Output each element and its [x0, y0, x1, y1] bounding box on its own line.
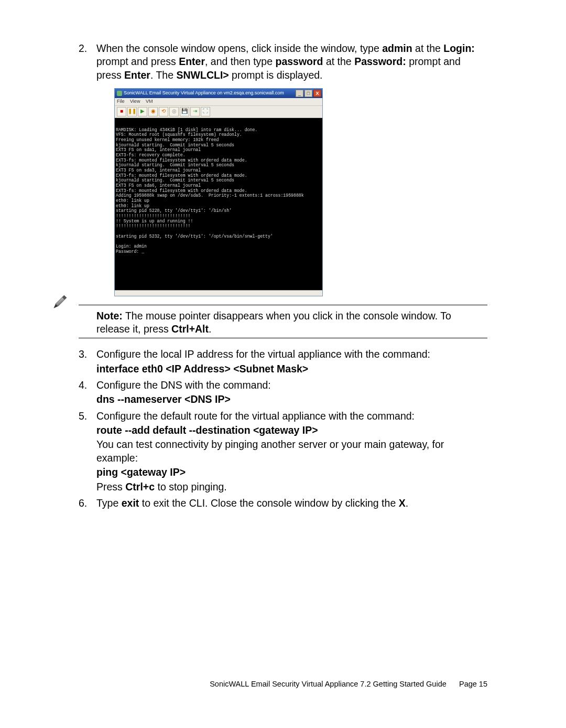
step-2: When the console window opens, click ins… — [79, 42, 487, 296]
note-rule-top — [79, 305, 487, 305]
app-icon — [117, 91, 122, 96]
s6-x: X — [399, 497, 406, 509]
step2-enter2: Enter — [124, 69, 150, 81]
step2-snwlcli: SNWLCLI> — [176, 69, 228, 81]
console-menubar: File View VM — [115, 98, 322, 105]
snapshot-icon[interactable]: ◉ — [148, 107, 158, 116]
step5-cmd2: ping <gateway IP> — [96, 466, 487, 479]
console-toolbar: ■ ❚❚ ▶ ◉ ⟲ ◎ 💾 ⇥ ⛶ — [115, 105, 322, 118]
step5-text3: Press Ctrl+c to stop pinging. — [96, 480, 487, 494]
connect-icon[interactable]: ⇥ — [190, 107, 200, 116]
note-label: Note: — [96, 310, 123, 322]
note-text3: . — [209, 323, 211, 335]
maximize-button[interactable]: □ — [304, 90, 312, 97]
step2-text-c: at the — [412, 42, 444, 54]
step5-ctrlc: Ctrl+c — [125, 481, 155, 493]
page-footer: SonicWALL Email Security Virtual Applian… — [210, 680, 487, 688]
menu-view[interactable]: View — [130, 99, 140, 104]
step-6: Type exit to exit the CLI. Close the con… — [79, 497, 487, 510]
fullscreen-icon[interactable]: ⛶ — [201, 107, 210, 116]
play-icon[interactable]: ▶ — [138, 107, 147, 116]
step2-admin: admin — [382, 42, 412, 54]
s6c: to exit the CLI. Close the console windo… — [139, 497, 398, 509]
console-statusbar — [115, 290, 322, 296]
step2-text-a: When the console window opens, click ins… — [96, 42, 382, 54]
page-content: When the console window opens, click ins… — [79, 42, 487, 513]
revert-icon[interactable]: ⟲ — [159, 107, 168, 116]
step-4: Configure the DNS with the command: dns … — [79, 379, 487, 406]
step2-password: password — [275, 56, 323, 67]
note-block: Note: The mouse pointer disappears when … — [79, 309, 487, 336]
step2-text-i: at the — [323, 56, 355, 67]
step5-p3a: Press — [96, 481, 125, 493]
console-window: SonicWALL Email Security Virtual Applian… — [114, 88, 323, 296]
step2-enter1: Enter — [179, 56, 205, 67]
note-ctrlalt: Ctrl+Alt — [171, 323, 209, 335]
step2-login: Login: — [443, 42, 475, 54]
step-5: Configure the default route for the virt… — [79, 410, 487, 494]
menu-file[interactable]: File — [117, 99, 125, 104]
cd-icon[interactable]: ◎ — [169, 107, 179, 116]
note-rule-bottom — [79, 338, 487, 338]
stop-icon[interactable]: ■ — [117, 107, 126, 116]
menu-vm[interactable]: VM — [146, 99, 153, 104]
step2-passwordlbl: Password: — [354, 56, 406, 67]
step3-cmd: interface eth0 <IP Address> <Subnet Mask… — [96, 362, 487, 376]
step2-text-e: prompt and press — [96, 56, 179, 67]
pause-icon[interactable]: ❚❚ — [127, 107, 137, 116]
close-button[interactable]: X — [313, 90, 321, 97]
footer-title: SonicWALL Email Security Virtual Applian… — [210, 680, 447, 688]
step-3: Configure the local IP address for the v… — [79, 348, 487, 376]
step4-text: Configure the DNS with the command: — [96, 379, 271, 391]
step5-text: Configure the default route for the virt… — [96, 410, 415, 422]
s6a: Type — [96, 497, 122, 509]
s6-exit: exit — [122, 497, 139, 509]
ordered-list-top: When the console window opens, click ins… — [79, 42, 487, 296]
floppy-icon[interactable]: 💾 — [180, 107, 189, 116]
step5-cmd: route --add default --destination <gatew… — [96, 424, 487, 437]
step3-text: Configure the local IP address for the v… — [96, 348, 430, 360]
footer-page: Page 15 — [459, 680, 487, 688]
minimize-button[interactable]: _ — [296, 90, 303, 97]
pen-icon — [48, 292, 70, 314]
step4-cmd: dns --nameserver <DNS IP> — [96, 393, 487, 406]
console-titlebar: SonicWALL Email Security Virtual Applian… — [115, 89, 322, 98]
ordered-list-cont: Configure the local IP address for the v… — [79, 348, 487, 510]
step2-text-g: , and then type — [205, 56, 275, 67]
note-text1: The mouse pointer disappears when you cl… — [96, 310, 451, 335]
step2-text-m: . The — [150, 69, 177, 81]
terminal-output[interactable]: RAMDISK: Loading 434KiB [1 disk] into ra… — [115, 118, 322, 290]
step2-text-o: prompt is displayed. — [229, 69, 323, 81]
console-title-text: SonicWALL Email Security Virtual Applian… — [124, 90, 284, 97]
step5-p3c: to stop pinging. — [155, 481, 227, 493]
s6e: . — [406, 497, 408, 509]
step5-text2: You can test connectivity by pinging ano… — [96, 438, 487, 465]
